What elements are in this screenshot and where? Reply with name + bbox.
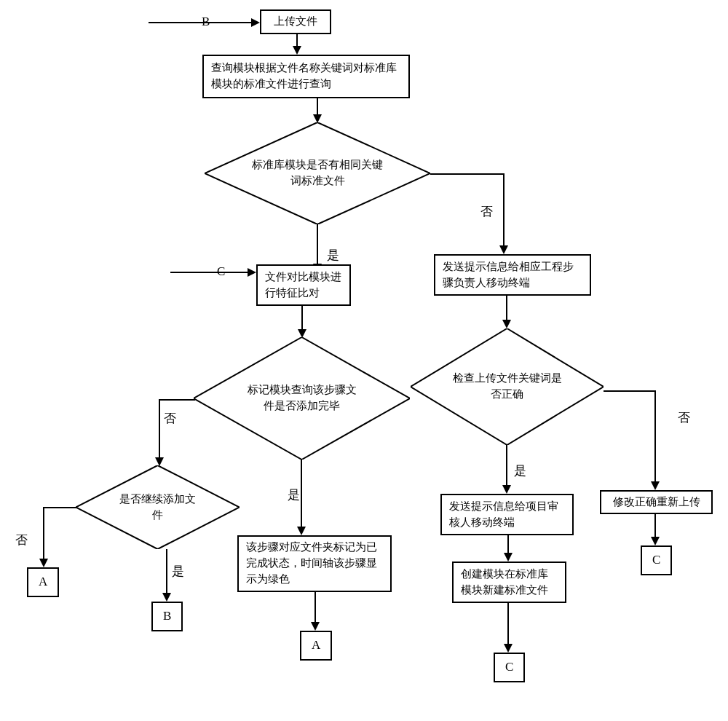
decision-std-lib: 标准库模块是否有相同关键词标准文件: [205, 122, 430, 224]
node-upload: 上传文件: [260, 9, 331, 34]
label-no-2: 否: [164, 410, 176, 427]
connector-a2: A: [300, 631, 332, 661]
connector-b1: B: [151, 602, 183, 631]
connector-c2: C: [494, 653, 525, 682]
decision-mark: 标记模块查询该步骤文件是否添加完毕: [194, 337, 410, 460]
node-query: 查询模块根据文件名称关键词对标准库模块的标准文件进行查询: [202, 55, 410, 98]
label-no-1: 否: [480, 203, 493, 220]
label-no-4: 否: [678, 409, 690, 426]
connector-c1: C: [641, 545, 672, 575]
label-yes-4: 是: [514, 462, 526, 479]
label-yes-1: 是: [327, 247, 339, 264]
label-yes-3: 是: [172, 563, 184, 580]
node-prompt-eng: 发送提示信息给相应工程步骤负责人移动终端: [434, 254, 591, 296]
label-no-3: 否: [15, 532, 28, 548]
decision-continue: 是否继续添加文件: [76, 465, 240, 549]
node-reupload: 修改正确重新上传: [600, 490, 713, 514]
node-mark-done: 该步骤对应文件夹标记为已完成状态，时间轴该步骤显示为绿色: [237, 535, 392, 592]
label-yes-2: 是: [288, 486, 300, 503]
node-compare: 文件对比模块进行特征比对: [256, 264, 351, 306]
decision-keyword: 检查上传文件关键词是否正确: [411, 328, 604, 445]
node-create-std: 创建模块在标准库模块新建标准文件: [452, 562, 566, 603]
connector-a1: A: [27, 567, 59, 597]
node-prompt-rev: 发送提示信息给项目审核人移动终端: [440, 494, 574, 535]
